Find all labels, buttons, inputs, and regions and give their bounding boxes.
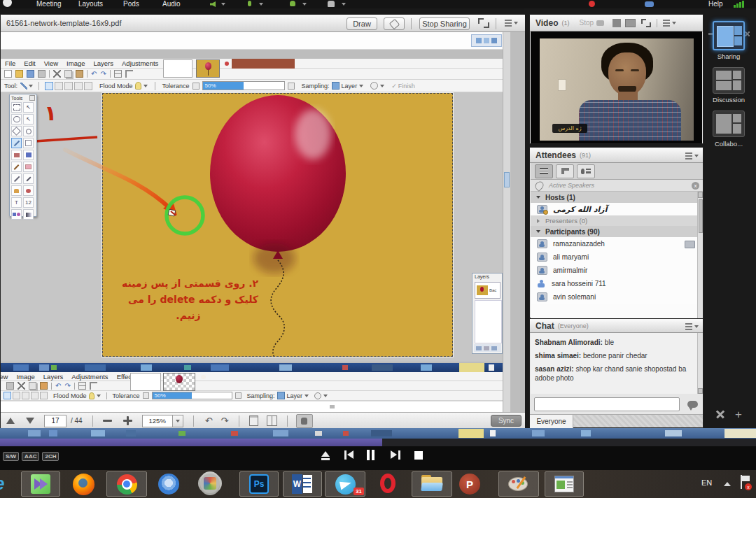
connection-signal-icon[interactable] <box>734 1 744 8</box>
editor2-options-bar: Flood Mode Tolerance 50% Sampling: Layer <box>1 391 503 401</box>
close-pod-icon[interactable] <box>715 409 725 419</box>
next-button[interactable] <box>390 450 401 460</box>
taskbar-photoshop-icon[interactable]: Ps <box>239 471 279 497</box>
layout-collaboration-button[interactable] <box>713 111 745 137</box>
layout-bar-close-icon[interactable] <box>745 31 750 36</box>
active-speakers-close-icon[interactable]: x <box>692 182 699 190</box>
next-page-icon[interactable] <box>26 418 34 424</box>
taskbar-ie-icon[interactable]: e <box>0 473 13 495</box>
preview-box-2 <box>130 373 161 391</box>
stop-button[interactable] <box>414 451 423 460</box>
print-icon <box>38 70 46 78</box>
taskbar-explorer-icon[interactable] <box>412 471 452 497</box>
status-view-button[interactable] <box>577 164 595 178</box>
pointer-tool-button[interactable] <box>384 17 405 30</box>
tray-expand-icon[interactable] <box>724 482 731 486</box>
breakout-view-button[interactable] <box>556 164 574 178</box>
list-view-button[interactable] <box>535 164 553 178</box>
draw-button[interactable]: Draw <box>346 17 377 30</box>
hand-tool-button[interactable] <box>296 414 313 428</box>
zoom-in-icon[interactable] <box>123 416 132 425</box>
language-indicator[interactable]: EN <box>701 478 712 487</box>
two-page-icon[interactable] <box>267 415 277 426</box>
participants-section-header[interactable]: Participants (90) <box>531 226 697 238</box>
chat-input[interactable] <box>534 397 680 411</box>
taskbar-kmplayer-icon[interactable] <box>21 471 60 497</box>
single-page-icon[interactable] <box>249 415 258 426</box>
stop-sharing-button[interactable]: Stop Sharing <box>419 17 470 30</box>
taskbar-psiphon-icon[interactable]: P <box>459 474 484 496</box>
eject-button[interactable] <box>320 450 331 462</box>
menu-audio[interactable]: Audio <box>162 0 181 8</box>
attendees-scrollbar[interactable] <box>697 192 703 318</box>
host-row[interactable]: آزاد الله کرمی <box>531 203 697 216</box>
taskbar-firefox-icon[interactable] <box>73 474 97 496</box>
layout-discussion-button[interactable] <box>713 67 745 94</box>
participant-hover-icon[interactable] <box>685 241 695 248</box>
zoom-dropdown-icon[interactable] <box>173 415 183 427</box>
chat-scrollbar[interactable] <box>697 333 703 394</box>
participant-row[interactable]: ali maryami <box>531 250 697 264</box>
share-pod-menu-icon[interactable] <box>505 20 518 27</box>
zoom-level-select[interactable]: 125% <box>142 415 173 427</box>
microphone-icon[interactable] <box>248 1 251 6</box>
attendees-scrollbar-thumb[interactable] <box>699 199 703 233</box>
presenters-header-label: Presenters (0) <box>545 217 587 225</box>
sync-button[interactable]: Sync <box>491 415 522 427</box>
attendees-pod-menu-icon[interactable] <box>685 152 699 159</box>
menu-pods[interactable]: Pods <box>123 0 139 8</box>
pause-button[interactable] <box>367 450 377 460</box>
rotate-left-icon[interactable]: ↶ <box>205 415 213 426</box>
action-center-flag-icon[interactable]: x <box>739 475 752 492</box>
filmstrip-view-icon[interactable] <box>625 19 636 27</box>
menu-help[interactable]: Help <box>708 0 723 8</box>
zoom-out-icon[interactable] <box>103 420 112 422</box>
phone-icon[interactable] <box>645 1 654 7</box>
move-tool-icon: ↖ <box>23 102 34 113</box>
speaker-dropdown-icon[interactable] <box>221 3 225 6</box>
pdf-scrollbar-thumb[interactable] <box>504 172 510 187</box>
microphone-dropdown-icon[interactable] <box>259 3 263 6</box>
video-fullscreen-icon[interactable] <box>641 19 651 27</box>
presenters-section-header[interactable]: Presenters (0) <box>531 215 697 227</box>
player-seekbar[interactable] <box>0 439 756 446</box>
chat-message: sasan azizi: shop kar chand sanie shopos… <box>535 364 693 383</box>
menu-layouts[interactable]: Layouts <box>78 0 103 8</box>
rotate-right-icon[interactable]: ↷ <box>221 415 229 426</box>
speaker-icon[interactable] <box>210 1 216 7</box>
previous-page-icon[interactable] <box>6 418 15 424</box>
stop-webcam-button[interactable]: Stop <box>579 19 594 27</box>
chat-send-button[interactable] <box>684 397 701 411</box>
participant-row[interactable]: ramazaniazadeh <box>531 237 697 251</box>
taskbar-gallery-icon[interactable] <box>545 471 584 497</box>
page-number-input[interactable]: 17 <box>44 415 66 427</box>
video-pod-menu-icon[interactable] <box>663 20 676 27</box>
add-pod-icon[interactable]: + <box>735 408 742 422</box>
lamp-icon <box>135 82 141 90</box>
chat-tab-everyone[interactable]: Everyone <box>530 415 573 428</box>
grid-view-icon[interactable] <box>612 19 621 27</box>
taskbar-telegram-icon[interactable]: 31 <box>325 471 365 497</box>
taskbar-chrome-icon[interactable] <box>106 471 147 497</box>
participant-row[interactable]: avin solemani <box>531 290 697 304</box>
menu-meeting[interactable]: Meeting <box>36 0 62 8</box>
status-dropdown-icon[interactable] <box>302 3 307 6</box>
taskbar-word-icon[interactable]: W <box>283 471 322 497</box>
participant-row[interactable]: amirmalmir <box>531 264 697 278</box>
fullscreen-icon[interactable] <box>478 18 489 28</box>
layers-panel-title: Layers <box>472 273 502 280</box>
taskbar-opera-icon[interactable] <box>375 473 400 497</box>
participant-row[interactable]: sara hosseini 711 <box>531 277 697 291</box>
taskbar-paint-icon[interactable] <box>498 471 539 497</box>
layout-sharing-button[interactable] <box>713 21 745 50</box>
status-person-icon[interactable] <box>290 1 295 6</box>
chat-pod-menu-icon[interactable] <box>685 323 699 330</box>
pdf-scrollbar[interactable] <box>503 32 510 412</box>
raise-hand-icon[interactable] <box>328 1 335 7</box>
raise-hand-dropdown-icon[interactable] <box>342 3 346 6</box>
tolerance-value-2: 50% <box>155 392 166 399</box>
taskbar-photo-tool-icon[interactable] <box>200 474 225 496</box>
previous-button[interactable] <box>344 450 355 460</box>
taskbar-chromium-icon[interactable] <box>158 474 182 496</box>
hosts-section-header[interactable]: Hosts (1) <box>531 192 697 204</box>
